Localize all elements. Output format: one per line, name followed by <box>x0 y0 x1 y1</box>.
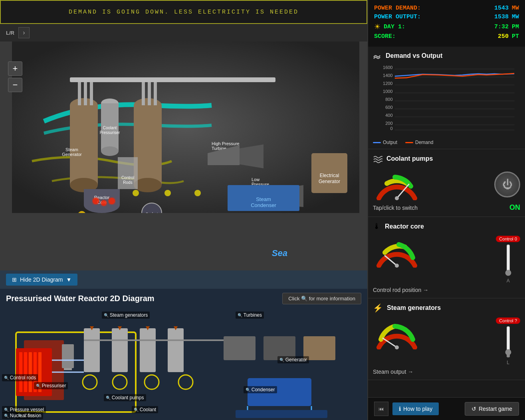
restart-button[interactable]: ↺ Restart game <box>465 402 519 416</box>
output-legend: Output <box>373 140 397 145</box>
svg-text:1400: 1400 <box>383 73 392 78</box>
reactor-panel-content: Control 0 A <box>373 236 520 284</box>
chart-header: Demand vs Output <box>373 51 520 60</box>
chart-title: Demand vs Output <box>386 52 442 59</box>
reactor-control-badge: Control 0 <box>496 236 520 242</box>
svg-rect-64 <box>84 328 100 372</box>
stats-header: POWER DEMAND: 1543 MW POWER OUTPUT: 1538… <box>368 0 525 47</box>
reactor-gauge-svg <box>373 236 421 268</box>
steam-arrow: → <box>408 369 413 375</box>
chevron-button[interactable]: › <box>18 27 30 38</box>
steam-output-label: Steam output → <box>373 369 413 375</box>
power-button[interactable]: ⏻ <box>494 172 520 197</box>
svg-text:600: 600 <box>385 105 392 110</box>
label-coolant-pumps[interactable]: Coolant pumps <box>104 394 146 401</box>
steam-panel-content: Control ? L <box>373 317 520 365</box>
chart-wavy-icon <box>373 51 382 60</box>
score-row: SCORE: 250 PT <box>374 33 519 40</box>
svg-text:400: 400 <box>385 113 392 118</box>
svg-text:Coolant: Coolant <box>103 126 117 130</box>
svg-rect-14 <box>154 81 157 105</box>
diagram-grid-icon: ⊞ <box>12 276 17 283</box>
diagram-title-bar: Pressurised Water Reactor 2D Diagram Cli… <box>0 289 367 308</box>
steam-gauge <box>373 317 421 349</box>
coolant-status: ON <box>509 203 520 212</box>
steam-slider-bottom: L <box>507 360 509 365</box>
2d-diagram-svg <box>0 308 367 420</box>
svg-text:Steam: Steam <box>256 196 271 202</box>
time-row: ☀ DAY 1: 7:32 PM <box>374 22 519 31</box>
bottom-bar: ⏮ ℹ How to play ↺ Restart game <box>368 397 525 420</box>
power-output-unit: MW <box>512 14 519 20</box>
info-icon: ℹ <box>399 406 401 412</box>
svg-text:Pressuriser: Pressuriser <box>100 130 120 135</box>
rewind-button[interactable]: ⏮ <box>374 402 388 416</box>
svg-rect-86 <box>62 344 74 368</box>
reactor-panel-footer: Control rod position → <box>373 287 520 293</box>
svg-text:1200: 1200 <box>383 81 392 86</box>
steam-output-slider[interactable] <box>502 326 514 358</box>
reactor-control-value: 0 <box>515 237 517 241</box>
label-generator[interactable]: Generator <box>277 356 309 363</box>
coolant-gauge <box>373 168 421 200</box>
how-to-play-label: How to play <box>403 406 432 412</box>
svg-rect-53 <box>152 77 200 82</box>
zoom-in-button[interactable]: + <box>8 61 22 76</box>
svg-point-46 <box>101 200 107 206</box>
score-label: SCORE: <box>374 33 396 40</box>
label-condenser[interactable]: Condenser <box>244 386 277 393</box>
label-nuclear-fission[interactable]: Nuclear fission <box>2 412 43 419</box>
reactor-panel-header: 🌡 Reactor core <box>373 222 520 231</box>
output-legend-label: Output <box>383 140 397 145</box>
svg-rect-13 <box>148 79 151 105</box>
toggle-diagram-button[interactable]: ⊞ Hide 2D Diagram ▼ <box>6 274 77 286</box>
power-demand-row: POWER DEMAND: 1543 MW <box>374 5 519 12</box>
day-label: DAY 1: <box>384 24 405 30</box>
power-demand-unit: MW <box>512 5 519 12</box>
reactor-slider-container: Control 0 A <box>496 236 520 284</box>
svg-text:Coolant: Coolant <box>145 212 158 213</box>
more-info-button[interactable]: Click 🔍 for more information <box>282 293 361 304</box>
svg-point-49 <box>164 190 171 196</box>
svg-point-109 <box>395 196 399 200</box>
demand-output-chart: 1600 1400 1200 1000 800 600 400 200 0 <box>373 64 520 136</box>
restart-icon: ↺ <box>472 406 476 412</box>
svg-rect-10 <box>134 105 162 185</box>
label-turbines[interactable]: Turbines <box>236 312 264 319</box>
svg-rect-2 <box>70 105 98 185</box>
rod-arrow: → <box>423 287 428 293</box>
svg-rect-52 <box>70 77 158 82</box>
how-to-play-button[interactable]: ℹ How to play <box>392 402 439 415</box>
zoom-out-button[interactable]: − <box>8 78 22 92</box>
steam-control-badge: Control ? <box>496 317 520 324</box>
steam-control-value: ? <box>515 318 517 323</box>
diagram-canvas[interactable]: Steam generators Turbines Control rods P… <box>0 308 367 420</box>
steam-control-label: Control <box>499 318 513 323</box>
svg-point-48 <box>133 190 139 196</box>
label-pressuriser[interactable]: Pressuriser <box>34 382 68 389</box>
label-steam-generators[interactable]: Steam generators <box>102 312 150 319</box>
controls-bar: L/R › <box>0 24 367 41</box>
label-coolant[interactable]: Coolant <box>132 406 158 413</box>
svg-text:1000: 1000 <box>383 89 392 94</box>
svg-point-17 <box>101 146 119 156</box>
svg-text:Electrical: Electrical <box>320 173 339 178</box>
reactor-slider-bottom: A <box>507 278 510 284</box>
reactor-viewport[interactable]: + − <box>0 41 367 270</box>
svg-marker-33 <box>240 144 263 168</box>
rewind-icon: ⏮ <box>378 406 384 412</box>
thermometer-icon: 🌡 <box>373 222 381 231</box>
right-panel: POWER DEMAND: 1543 MW POWER OUTPUT: 1538… <box>367 0 525 420</box>
coolant-pumps-panel: Coolant pumps ⏻ <box>368 149 525 217</box>
coolant-panel-content: ⏻ <box>373 168 520 200</box>
power-output-label: POWER OUTPUT: <box>374 14 421 20</box>
waves-icon <box>373 154 382 164</box>
label-control-rods[interactable]: Control rods <box>2 374 38 381</box>
time-value: 7:32 <box>494 24 509 30</box>
chart-section: Demand vs Output 1600 1400 1200 1000 800… <box>368 47 525 149</box>
steam-gauge-svg <box>373 317 421 349</box>
power-demand-label: POWER DEMAND: <box>374 5 421 12</box>
svg-text:0: 0 <box>390 126 392 131</box>
score-unit: PT <box>512 33 519 40</box>
reactor-rod-slider[interactable] <box>502 244 514 276</box>
